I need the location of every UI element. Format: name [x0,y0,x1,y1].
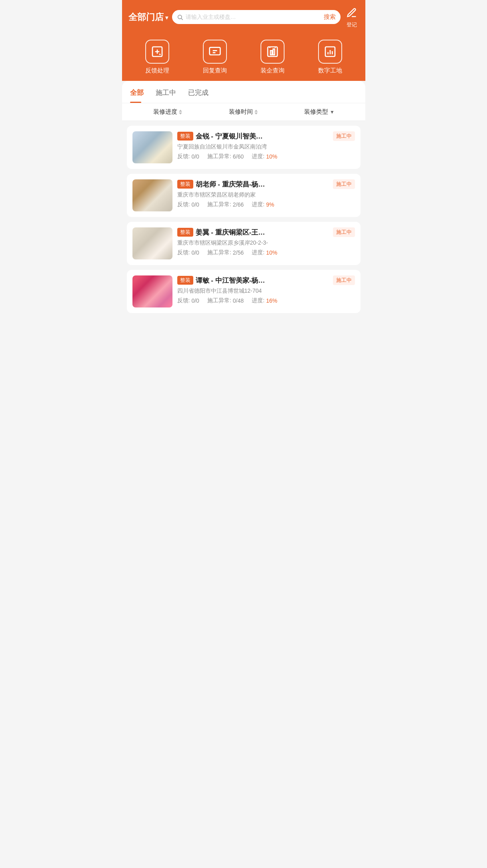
tabs-section: 全部 施工中 已完成 装修进度 装修时间 装修类型 ▼ [122,81,365,121]
stat-anomaly-3: 施工异常: 2/56 [207,249,244,256]
svg-rect-5 [270,50,272,55]
svg-point-0 [178,15,181,19]
svg-rect-3 [209,47,220,55]
card-title-row-4: 整装 谭敏 - 中江智美家-杨… 施工中 [177,275,355,285]
table-row[interactable]: 整装 胡老师 - 重庆荣昌-杨… 施工中 重庆市市辖区荣昌区胡老师的家 反馈: … [127,174,361,217]
card-top: 整装 姜翼 - 重庆铜梁区-王… 施工中 重庆市市辖区铜梁区原乡溪岸20-2-3… [132,227,355,259]
card-image-2 [132,179,172,211]
tabs: 全部 施工中 已完成 [122,81,365,103]
card-title-left-1: 整装 金锐 - 宁夏银川智美… [177,132,331,141]
progress-label: 进度: [252,153,265,160]
card-title-row-2: 整装 胡老师 - 重庆荣昌-杨… 施工中 [177,179,355,189]
filter-progress-arrows [179,110,182,115]
stat-feedback-4: 反馈: 0/0 [177,297,199,304]
card-title-3: 姜翼 - 重庆铜梁区-王… [196,228,331,237]
card-address-3: 重庆市市辖区铜梁区原乡溪岸20-2-3- [177,239,355,247]
search-bar[interactable]: 请输入业主或楼盘… 搜索 [172,10,341,24]
digital-icon-box [318,40,342,64]
search-placeholder: 请输入业主或楼盘… [186,14,321,21]
store-selector[interactable]: 全部门店 ▾ [128,11,168,23]
table-row[interactable]: 整装 金锐 - 宁夏银川智美… 施工中 宁夏回族自治区银川市金凤区南泊湾 反馈:… [127,126,361,169]
filter-time[interactable]: 装修时间 [206,108,281,116]
card-address-2: 重庆市市辖区荣昌区胡老师的家 [177,191,355,199]
card-image-1 [132,131,172,163]
card-stats-2: 反馈: 0/0 施工异常: 2/66 进度: 9% [177,201,355,208]
card-top: 整装 胡老师 - 重庆荣昌-杨… 施工中 重庆市市辖区荣昌区胡老师的家 反馈: … [132,179,355,211]
card-top: 整装 金锐 - 宁夏银川智美… 施工中 宁夏回族自治区银川市金凤区南泊湾 反馈:… [132,131,355,163]
card-image-3 [132,227,172,259]
filter-progress[interactable]: 装修进度 [130,108,206,116]
filter-type[interactable]: 装修类型 ▼ [281,108,357,116]
nav-label-company: 装企查询 [261,67,285,74]
store-selector-label: 全部门店 [128,11,164,23]
filter-time-arrows [255,110,258,115]
reply-icon-box [203,40,227,64]
progress-value-4: 16% [266,297,277,304]
table-row[interactable]: 整装 谭敏 - 中江智美家-杨… 施工中 四川省德阳市中江县博世城12-704 … [127,270,361,313]
progress-value-3: 10% [266,249,277,256]
log-icon [345,6,359,20]
card-address-1: 宁夏回族自治区银川市金凤区南泊湾 [177,143,355,151]
status-badge-1: 施工中 [333,131,355,141]
anomaly-label: 施工异常: [207,153,231,160]
card-image-4 [132,275,172,307]
nav-label-feedback: 反馈处理 [145,67,169,74]
chevron-down-icon: ▾ [165,14,168,21]
nav-item-digital[interactable]: 数字工地 [318,40,342,74]
feedback-label: 反馈: [177,153,190,160]
card-title-left-4: 整装 谭敏 - 中江智美家-杨… [177,276,331,285]
status-badge-2: 施工中 [333,179,355,189]
tab-completed[interactable]: 已完成 [188,81,216,103]
stat-progress-3: 进度: 10% [252,249,277,256]
card-title-left-3: 整装 姜翼 - 重庆铜梁区-王… [177,228,331,237]
card-top: 整装 谭敏 - 中江智美家-杨… 施工中 四川省德阳市中江县博世城12-704 … [132,275,355,307]
card-stats-1: 反馈: 0/0 施工异常: 6/60 进度: 10% [177,153,355,160]
card-stats-4: 反馈: 0/0 施工异常: 0/48 进度: 16% [177,297,355,304]
card-title-1: 金锐 - 宁夏银川智美… [196,132,331,141]
progress-value-1: 10% [266,153,277,160]
search-icon [177,14,183,20]
card-stats-3: 反馈: 0/0 施工异常: 2/56 进度: 10% [177,249,355,256]
nav-item-company[interactable]: 装企查询 [261,40,285,74]
status-badge-4: 施工中 [333,275,355,285]
stat-feedback-2: 反馈: 0/0 [177,201,199,208]
card-title-row-3: 整装 姜翼 - 重庆铜梁区-王… 施工中 [177,227,355,237]
table-row[interactable]: 整装 姜翼 - 重庆铜梁区-王… 施工中 重庆市市辖区铜梁区原乡溪岸20-2-3… [127,222,361,265]
stat-progress-1: 进度: 10% [252,153,277,160]
filters: 装修进度 装修时间 装修类型 ▼ [122,103,365,121]
badge-4: 整装 [177,276,193,285]
stat-feedback-3: 反馈: 0/0 [177,249,199,256]
nav-icons: 反馈处理 回复查询 装企查询 [128,35,359,81]
nav-item-reply[interactable]: 回复查询 [203,40,227,74]
nav-item-feedback[interactable]: 反馈处理 [145,40,169,74]
badge-2: 整装 [177,180,193,189]
search-button[interactable]: 搜索 [324,13,336,21]
stat-progress-4: 进度: 16% [252,297,277,304]
company-icon-box [261,40,285,64]
stat-anomaly-2: 施工异常: 2/66 [207,201,244,208]
card-title-4: 谭敏 - 中江智美家-杨… [196,276,331,285]
card-title-2: 胡老师 - 重庆荣昌-杨… [196,180,331,189]
svg-line-1 [181,18,183,20]
card-main-2: 整装 胡老师 - 重庆荣昌-杨… 施工中 重庆市市辖区荣昌区胡老师的家 反馈: … [177,179,355,208]
card-main-1: 整装 金锐 - 宁夏银川智美… 施工中 宁夏回族自治区银川市金凤区南泊湾 反馈:… [177,131,355,160]
stat-feedback-1: 反馈: 0/0 [177,153,199,160]
nav-label-reply: 回复查询 [203,67,227,74]
nav-label-digital: 数字工地 [318,67,342,74]
svg-rect-6 [273,49,275,55]
card-address-4: 四川省德阳市中江县博世城12-704 [177,287,355,295]
stat-anomaly-1: 施工异常: 6/60 [207,153,244,160]
tab-in-progress[interactable]: 施工中 [156,81,184,103]
feedback-icon-box [145,40,169,64]
header-top: 全部门店 ▾ 请输入业主或楼盘… 搜索 登记 [128,6,359,28]
card-main-3: 整装 姜翼 - 重庆铜梁区-王… 施工中 重庆市市辖区铜梁区原乡溪岸20-2-3… [177,227,355,256]
cards-list: 整装 金锐 - 宁夏银川智美… 施工中 宁夏回族自治区银川市金凤区南泊湾 反馈:… [122,121,365,318]
log-button[interactable]: 登记 [345,6,359,28]
filter-type-arrow: ▼ [330,109,335,115]
badge-3: 整装 [177,228,193,237]
progress-value-2: 9% [266,201,274,208]
card-title-row-1: 整装 金锐 - 宁夏银川智美… 施工中 [177,131,355,141]
badge-1: 整装 [177,132,193,141]
status-badge-3: 施工中 [333,227,355,237]
tab-all[interactable]: 全部 [130,81,152,103]
